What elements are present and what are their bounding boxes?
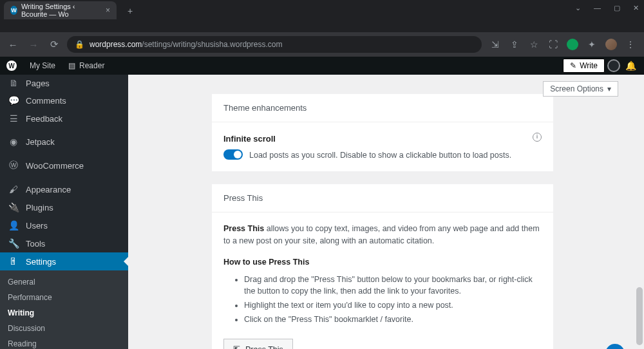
bookmark-icon[interactable]: ☆ xyxy=(528,39,540,50)
close-tab-icon[interactable]: × xyxy=(106,6,110,15)
sidebar-item-woocommerce[interactable]: ⓦWooCommerce xyxy=(0,156,128,175)
url-path: /settings/writing/shusisha.wordpress.com xyxy=(142,40,282,49)
sub-item-reading[interactable]: Reading xyxy=(0,336,128,349)
account-icon[interactable] xyxy=(607,59,620,72)
sub-item-discussion[interactable]: Discussion xyxy=(0,321,128,336)
plugin-icon: 🔌 xyxy=(8,202,19,212)
new-tab-button[interactable]: + xyxy=(122,3,138,19)
sidebar-item-jetpack[interactable]: ◉Jetpack xyxy=(0,133,128,151)
sidebar-item-feedback[interactable]: ☰Feedback xyxy=(0,109,128,127)
extensions-icon[interactable]: ✦ xyxy=(586,39,598,50)
sidebar-item-tools[interactable]: 🔧Tools xyxy=(0,234,128,252)
profile-avatar[interactable] xyxy=(605,39,617,50)
content-area: Screen Options▾ Theme enhancements Infin… xyxy=(128,75,644,349)
howto-step: Highlight the text or item you'd like to… xyxy=(244,299,542,312)
lock-icon: 🔒 xyxy=(75,40,84,49)
howto-heading: How to use Press This xyxy=(223,256,542,269)
press-this-lead-strong: Press This xyxy=(223,224,264,233)
theme-enhancements-card: Theme enhancements Infinite scroll Load … xyxy=(212,94,553,171)
sub-item-general[interactable]: General xyxy=(0,274,128,290)
share-icon: ⇱ xyxy=(233,344,240,350)
press-this-card: Press This Press This allows you to copy… xyxy=(212,184,553,349)
sidebar-item-users[interactable]: 👤Users xyxy=(0,216,128,234)
sidebar-item-settings[interactable]: 🎚Settings xyxy=(0,252,128,270)
setting-description: Load posts as you scroll. Disable to sho… xyxy=(249,149,511,162)
tools-icon: 🔧 xyxy=(8,238,19,249)
share-icon[interactable]: ⇪ xyxy=(509,39,520,50)
maximize-icon[interactable]: ▢ xyxy=(614,4,620,12)
sidebar-item-plugins[interactable]: 🔌Plugins xyxy=(0,198,128,216)
woo-icon: ⓦ xyxy=(8,160,19,171)
cast-icon[interactable]: ⛶ xyxy=(547,39,559,50)
write-button[interactable]: ✎Write xyxy=(563,59,605,73)
tab-title: Writing Settings ‹ Bcourite — Wo xyxy=(21,3,102,18)
pencil-icon: ✎ xyxy=(570,61,576,70)
forward-button[interactable]: → xyxy=(26,37,41,52)
sidebar-item-comments[interactable]: 💬Comments xyxy=(0,91,128,109)
menu-icon[interactable]: ⋮ xyxy=(625,39,636,50)
notifications-icon[interactable]: 🔔 xyxy=(623,61,639,71)
scrollbar[interactable] xyxy=(635,75,644,349)
card-title: Press This xyxy=(212,184,553,212)
howto-step: Click on the "Press This" bookmarklet / … xyxy=(244,314,542,326)
users-icon: 👤 xyxy=(8,220,19,231)
url-host: wordpress.com xyxy=(90,40,142,49)
screen-options-button[interactable]: Screen Options▾ xyxy=(543,81,618,97)
minimize-icon[interactable]: — xyxy=(594,4,601,12)
feedback-icon: ☰ xyxy=(8,113,19,124)
chevron-down-icon: ▾ xyxy=(607,84,611,93)
scroll-thumb[interactable] xyxy=(636,287,643,345)
sidebar-item-pages[interactable]: 🗎Pages xyxy=(0,75,128,91)
my-site-button[interactable]: My Site xyxy=(23,57,62,75)
browser-tab[interactable]: W Writing Settings ‹ Bcourite — Wo × xyxy=(4,1,117,19)
page-icon: 🗎 xyxy=(8,78,19,88)
reader-icon: ▤ xyxy=(68,61,75,70)
setting-title: Infinite scroll xyxy=(223,133,533,146)
settings-icon: 🎚 xyxy=(8,256,19,267)
press-this-lead: allows you to copy text, images, and vid… xyxy=(223,224,540,245)
install-icon[interactable]: ⇲ xyxy=(489,39,501,50)
card-title: Theme enhancements xyxy=(212,94,553,122)
close-window-icon[interactable]: ✕ xyxy=(633,4,639,12)
reader-button[interactable]: ▤Reader xyxy=(62,57,111,75)
chevron-down-icon[interactable]: ⌄ xyxy=(575,4,581,12)
extension-icon[interactable] xyxy=(567,39,578,50)
wp-admin-bar: W My Site ▤Reader ✎Write 🔔 xyxy=(0,57,644,75)
press-this-button[interactable]: ⇱ Press This xyxy=(223,339,293,350)
info-icon[interactable]: i xyxy=(533,133,542,142)
sidebar-item-appearance[interactable]: 🖌Appearance xyxy=(0,180,128,198)
address-bar[interactable]: 🔒 wordpress.com/settings/writing/shusish… xyxy=(67,36,482,53)
comment-icon: 💬 xyxy=(8,95,19,106)
reload-button[interactable]: ⟳ xyxy=(46,37,62,52)
brush-icon: 🖌 xyxy=(8,184,19,194)
admin-sidebar: 🗎Pages 💬Comments ☰Feedback ◉Jetpack ⓦWoo… xyxy=(0,75,128,349)
howto-step: Drag and drop the "Press This" button be… xyxy=(244,274,542,298)
sub-item-writing[interactable]: Writing xyxy=(0,305,128,321)
wp-logo-button[interactable]: W xyxy=(0,57,23,75)
sub-item-performance[interactable]: Performance xyxy=(0,290,128,305)
wordpress-favicon: W xyxy=(10,6,17,15)
infinite-scroll-toggle[interactable] xyxy=(223,149,243,160)
back-button[interactable]: ← xyxy=(5,37,21,52)
jetpack-icon: ◉ xyxy=(8,137,19,147)
help-button[interactable]: ? xyxy=(605,344,625,349)
